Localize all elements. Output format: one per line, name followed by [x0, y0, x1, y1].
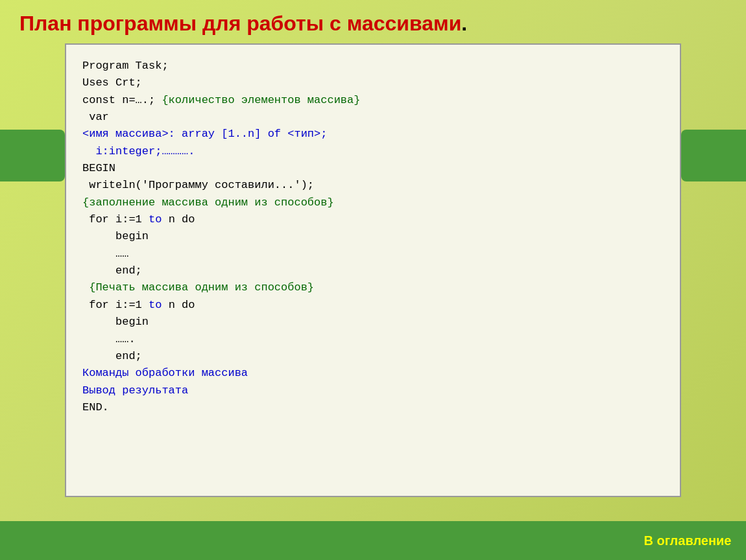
nav-button-label: В оглавление	[644, 533, 732, 548]
code-line-5: <имя массива>: array [1..n] of <тип>;	[82, 126, 664, 143]
code-block: Program Task; Uses Crt; const n=….; {кол…	[65, 43, 681, 497]
page-container: План программы для работы с массивами. P…	[0, 0, 746, 560]
code-line-2: Uses Crt;	[82, 75, 664, 91]
title-period: .	[461, 12, 467, 35]
right-accent-bar	[681, 130, 746, 181]
code-line-11: begin	[82, 228, 664, 245]
code-line-21: END.	[82, 399, 664, 416]
code-line-17: …….	[82, 331, 664, 348]
left-accent-bar	[0, 130, 65, 181]
code-line-7: BEGIN	[82, 160, 664, 177]
code-line-14: {Печать массива одним из способов}	[82, 279, 664, 296]
code-line-10: for i:=1 to n do	[82, 211, 664, 228]
code-line-12: ……	[82, 246, 664, 262]
code-line-16: begin	[82, 314, 664, 331]
code-line-18: end;	[82, 348, 664, 365]
page-title: План программы для работы с массивами.	[0, 0, 746, 43]
code-line-13: end;	[82, 262, 664, 279]
code-line-1: Program Task;	[82, 58, 664, 75]
code-line-3: const n=….; {количество элементов массив…	[82, 92, 664, 109]
code-line-15: for i:=1 to n do	[82, 297, 664, 314]
code-line-4: var	[82, 109, 664, 126]
code-line-8: writeln('Программу составили...');	[82, 177, 664, 194]
code-line-9: {заполнение массива одним из способов}	[82, 194, 664, 211]
code-line-6: i:integer;………….	[82, 143, 664, 160]
nav-button[interactable]: В оглавление	[629, 521, 746, 560]
title-text: План программы для работы с массивами	[19, 12, 461, 35]
code-line-19: Команды обработки массива	[82, 365, 664, 382]
code-line-20: Вывод результата	[82, 382, 664, 399]
bottom-accent-bar	[0, 521, 629, 560]
